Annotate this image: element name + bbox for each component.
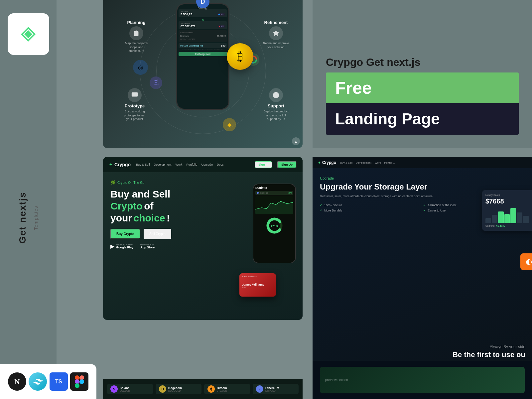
upgrade-label: Upgrade [320,176,525,180]
always-by-side-text: Always By your side Be the first to use … [453,344,525,359]
feature-secure: ✓ 100% Secure [320,203,421,207]
google-play-icon: ▶ [110,243,114,249]
feature-durable: ✓ More Durable [320,209,421,212]
landing-text: Landing Page [335,110,440,128]
crypto-ticker-row: S Solana SOL/USD D Dogecoin DOGE/USD ₿ B… [103,379,303,399]
nextjs-icon: N [8,372,26,391]
bottom-left-preview: ✦ Crypgo Buy & Sell Development Work Por… [103,157,303,320]
orbit-support: Support Deploy the product and ensure fu… [263,88,289,121]
free-label-box: Free [326,72,519,103]
ticker-ethereum: Ξ Ethereum ETH/USD [253,384,299,394]
signup-button[interactable]: Sign Up [277,161,297,168]
ripple-coin-icon: ◎ [133,60,148,75]
orbit-planning: Planning Map the project's scope and arc… [123,20,150,53]
bitcoin-icon: ₿ [207,385,215,393]
ticker-solana: S Solana SOL/USD [107,384,153,394]
buy-crypto-button[interactable]: Buy Crypto [110,229,140,239]
app-store-badge[interactable]: Download in de App Store [139,243,155,249]
signin-button[interactable]: Sign In [255,161,272,168]
scroll-up-icon[interactable]: ▲ [292,137,300,145]
sidebar: Get nextjs Templates [0,0,57,399]
orbit-prototype: Prototype Build a working prototype to t… [121,88,148,121]
crypgo-title: Crypgo Get next.js [326,56,519,68]
br-bottom-thumb: preview section [313,361,532,399]
main-content: D Planning Map the project's scope and a… [57,0,532,399]
br-nav-logo: ✦ Crypgo [318,160,336,165]
eth-coin-icon: Ξ [150,76,162,89]
sell-crypto-button[interactable]: Sell Crypto [144,229,171,239]
be-first-text: Be the first to use ou [453,350,525,359]
nav-items: Buy & Sell Development Work Portfolio Up… [136,163,249,166]
phone-hand-area: Statistic Ethereum +1% [223,177,303,317]
landing-label-box: Landing Page [326,103,519,135]
phone-mockup: Exchange You Send 5.500,25 🔷ETH ⇅ You Re… [176,3,229,110]
svg-text:+71%: +71% [270,224,278,228]
bottom-right-preview: ✦ Crypgo Buy & Sell Development Work Por… [313,157,532,399]
diamond-logo-icon [18,24,38,44]
svg-rect-6 [132,92,138,97]
top-preview-card: D Planning Map the project's scope and a… [103,0,303,148]
google-play-badge[interactable]: ▶ ANDROID APP ON Google Play [110,243,133,249]
price-widget: Newly Sales $7668 On trend +1.51% [482,190,532,231]
binance-coin-icon: ◆ [223,118,236,131]
orange-widget: ◐ [520,253,532,270]
ticker-bitcoin: ₿ Bitcoin BTC/USD [204,384,250,394]
nav-logo: ✦ Crypgo [109,162,131,167]
dogecoin-icon: D [159,385,166,393]
bitcoin-coin-icon: ₿ [227,43,253,70]
free-text: Free [335,78,372,97]
sidebar-sub-text: Templates [33,206,39,230]
br-nav: ✦ Crypgo Buy & Sell Development Work Por… [313,157,532,168]
preview-nav: ✦ Crypgo Buy & Sell Development Work Por… [103,157,303,172]
solana-icon: S [110,385,118,393]
orbit-refinement: Refinement Refine and improve your solut… [263,20,289,49]
right-info-panel: Crypgo Get next.js Free Landing Page [313,0,532,148]
sidebar-text-area: Get nextjs Templates [18,75,39,361]
ethereum-icon: Ξ [256,385,263,393]
tailwind-icon [29,372,47,391]
ticker-dogecoin: D Dogecoin DOGE/USD [156,384,201,394]
logo-box [8,13,49,55]
sidebar-main-text: Get nextjs [18,192,27,243]
platinum-card: Pass Platinum James Williams 10/25 [239,273,276,297]
